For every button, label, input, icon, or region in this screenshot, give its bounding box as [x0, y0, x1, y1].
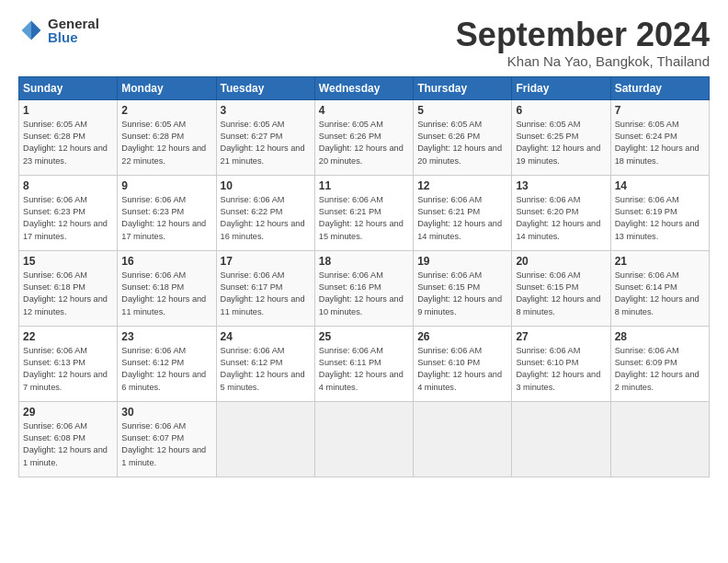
day-info: Sunrise: 6:06 AMSunset: 6:10 PMDaylight:…: [516, 345, 606, 394]
day-number: 14: [615, 179, 705, 192]
day-info: Sunrise: 6:06 AMSunset: 6:21 PMDaylight:…: [417, 194, 507, 243]
logo: General Blue: [18, 17, 99, 44]
table-row: 12 Sunrise: 6:06 AMSunset: 6:21 PMDaylig…: [414, 175, 512, 250]
day-info: Sunrise: 6:06 AMSunset: 6:19 PMDaylight:…: [615, 194, 705, 243]
day-number: 16: [121, 255, 211, 268]
day-number: 30: [121, 406, 211, 419]
day-info: Sunrise: 6:06 AMSunset: 6:10 PMDaylight:…: [417, 345, 507, 394]
day-info: Sunrise: 6:06 AMSunset: 6:11 PMDaylight:…: [319, 345, 409, 394]
table-row: 9 Sunrise: 6:06 AMSunset: 6:23 PMDayligh…: [118, 175, 216, 250]
logo-general: General: [48, 17, 99, 30]
table-row: 6 Sunrise: 6:05 AMSunset: 6:25 PMDayligh…: [512, 99, 610, 175]
day-number: 26: [417, 330, 507, 343]
day-info: Sunrise: 6:06 AMSunset: 6:13 PMDaylight:…: [23, 345, 113, 394]
col-sunday: Sunday: [19, 76, 118, 99]
day-number: 11: [319, 179, 409, 192]
day-info: Sunrise: 6:05 AMSunset: 6:25 PMDaylight:…: [516, 119, 606, 167]
table-row: 13 Sunrise: 6:06 AMSunset: 6:20 PMDaylig…: [512, 175, 610, 250]
logo-blue: Blue: [48, 30, 99, 44]
day-info: Sunrise: 6:06 AMSunset: 6:22 PMDaylight:…: [221, 194, 311, 243]
day-info: Sunrise: 6:06 AMSunset: 6:23 PMDaylight:…: [23, 194, 113, 243]
day-number: 7: [615, 104, 705, 117]
table-row: 28 Sunrise: 6:06 AMSunset: 6:09 PMDaylig…: [610, 326, 709, 401]
table-row: 26 Sunrise: 6:06 AMSunset: 6:10 PMDaylig…: [414, 326, 512, 401]
day-number: 13: [516, 179, 606, 192]
month-title: September 2024: [456, 17, 710, 53]
table-row: [314, 401, 413, 477]
table-row: 15 Sunrise: 6:06 AMSunset: 6:18 PMDaylig…: [19, 250, 118, 326]
day-number: 28: [615, 330, 705, 343]
day-number: 8: [23, 179, 113, 192]
day-info: Sunrise: 6:06 AMSunset: 6:18 PMDaylight:…: [23, 270, 113, 318]
table-row: 14 Sunrise: 6:06 AMSunset: 6:19 PMDaylig…: [610, 175, 709, 250]
week-row: 15 Sunrise: 6:06 AMSunset: 6:18 PMDaylig…: [19, 250, 710, 326]
day-number: 21: [615, 255, 705, 268]
day-number: 18: [319, 255, 409, 268]
page: General Blue September 2024 Khan Na Yao,…: [0, 0, 728, 563]
table-row: 22 Sunrise: 6:06 AMSunset: 6:13 PMDaylig…: [19, 326, 118, 401]
day-number: 27: [516, 330, 606, 343]
day-number: 22: [23, 330, 113, 343]
location-title: Khan Na Yao, Bangkok, Thailand: [456, 53, 710, 69]
table-row: 21 Sunrise: 6:06 AMSunset: 6:14 PMDaylig…: [610, 250, 709, 326]
calendar-table: Sunday Monday Tuesday Wednesday Thursday…: [18, 76, 710, 477]
col-tuesday: Tuesday: [216, 76, 314, 99]
day-number: 9: [121, 179, 211, 192]
day-info: Sunrise: 6:06 AMSunset: 6:16 PMDaylight:…: [319, 270, 409, 318]
col-wednesday: Wednesday: [314, 76, 413, 99]
table-row: 3 Sunrise: 6:05 AMSunset: 6:27 PMDayligh…: [216, 99, 314, 175]
table-row: [512, 401, 610, 477]
table-row: 29 Sunrise: 6:06 AMSunset: 6:08 PMDaylig…: [19, 401, 118, 477]
day-number: 1: [23, 104, 113, 117]
col-saturday: Saturday: [610, 76, 709, 99]
day-info: Sunrise: 6:05 AMSunset: 6:24 PMDaylight:…: [615, 119, 705, 167]
table-row: 30 Sunrise: 6:06 AMSunset: 6:07 PMDaylig…: [118, 401, 216, 477]
table-row: 8 Sunrise: 6:06 AMSunset: 6:23 PMDayligh…: [19, 175, 118, 250]
table-row: 4 Sunrise: 6:05 AMSunset: 6:26 PMDayligh…: [314, 99, 413, 175]
day-info: Sunrise: 6:06 AMSunset: 6:15 PMDaylight:…: [417, 270, 507, 318]
day-info: Sunrise: 6:05 AMSunset: 6:28 PMDaylight:…: [121, 119, 211, 167]
week-row: 8 Sunrise: 6:06 AMSunset: 6:23 PMDayligh…: [19, 175, 710, 250]
table-row: 23 Sunrise: 6:06 AMSunset: 6:12 PMDaylig…: [118, 326, 216, 401]
day-info: Sunrise: 6:06 AMSunset: 6:07 PMDaylight:…: [121, 420, 211, 469]
header: General Blue September 2024 Khan Na Yao,…: [18, 17, 710, 69]
day-number: 25: [319, 330, 409, 343]
table-row: 24 Sunrise: 6:06 AMSunset: 6:12 PMDaylig…: [216, 326, 314, 401]
day-info: Sunrise: 6:06 AMSunset: 6:17 PMDaylight:…: [221, 270, 311, 318]
week-row: 29 Sunrise: 6:06 AMSunset: 6:08 PMDaylig…: [19, 401, 710, 477]
week-row: 1 Sunrise: 6:05 AMSunset: 6:28 PMDayligh…: [19, 99, 710, 175]
day-number: 4: [319, 104, 409, 117]
day-number: 10: [221, 179, 311, 192]
day-number: 2: [121, 104, 211, 117]
table-row: 25 Sunrise: 6:06 AMSunset: 6:11 PMDaylig…: [314, 326, 413, 401]
table-row: 5 Sunrise: 6:05 AMSunset: 6:26 PMDayligh…: [414, 99, 512, 175]
day-info: Sunrise: 6:06 AMSunset: 6:12 PMDaylight:…: [121, 345, 211, 394]
table-row: 7 Sunrise: 6:05 AMSunset: 6:24 PMDayligh…: [610, 99, 709, 175]
table-row: 11 Sunrise: 6:06 AMSunset: 6:21 PMDaylig…: [314, 175, 413, 250]
day-info: Sunrise: 6:06 AMSunset: 6:09 PMDaylight:…: [615, 345, 705, 394]
table-row: 27 Sunrise: 6:06 AMSunset: 6:10 PMDaylig…: [512, 326, 610, 401]
day-number: 6: [516, 104, 606, 117]
day-number: 24: [221, 330, 311, 343]
col-friday: Friday: [512, 76, 610, 99]
day-number: 5: [417, 104, 507, 117]
day-number: 19: [417, 255, 507, 268]
day-info: Sunrise: 6:06 AMSunset: 6:08 PMDaylight:…: [23, 420, 113, 469]
table-row: [610, 401, 709, 477]
day-info: Sunrise: 6:06 AMSunset: 6:21 PMDaylight:…: [319, 194, 409, 243]
day-number: 15: [23, 255, 113, 268]
logo-text: General Blue: [48, 17, 99, 44]
day-info: Sunrise: 6:06 AMSunset: 6:23 PMDaylight:…: [121, 194, 211, 243]
table-row: 18 Sunrise: 6:06 AMSunset: 6:16 PMDaylig…: [314, 250, 413, 326]
header-row: Sunday Monday Tuesday Wednesday Thursday…: [19, 76, 710, 99]
svg-marker-0: [31, 21, 41, 40]
col-thursday: Thursday: [414, 76, 512, 99]
table-row: 20 Sunrise: 6:06 AMSunset: 6:15 PMDaylig…: [512, 250, 610, 326]
table-row: 2 Sunrise: 6:05 AMSunset: 6:28 PMDayligh…: [118, 99, 216, 175]
table-row: 19 Sunrise: 6:06 AMSunset: 6:15 PMDaylig…: [414, 250, 512, 326]
day-info: Sunrise: 6:05 AMSunset: 6:27 PMDaylight:…: [221, 119, 311, 167]
svg-marker-1: [22, 21, 32, 40]
day-info: Sunrise: 6:06 AMSunset: 6:20 PMDaylight:…: [516, 194, 606, 243]
table-row: [216, 401, 314, 477]
table-row: 1 Sunrise: 6:05 AMSunset: 6:28 PMDayligh…: [19, 99, 118, 175]
